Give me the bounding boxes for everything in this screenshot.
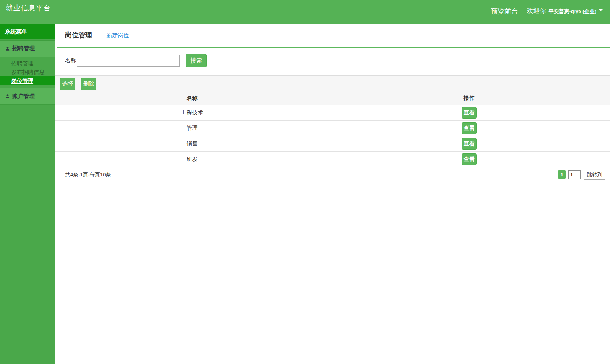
sidebar-menu-header: 系统菜单 <box>0 24 55 39</box>
chevron-down-icon[interactable] <box>599 9 603 11</box>
app-title: 就业信息平台 <box>0 0 51 24</box>
search-label: 名称 <box>65 57 76 64</box>
view-button[interactable]: 查看 <box>462 107 477 119</box>
page-title: 岗位管理 <box>65 31 92 40</box>
search-row: 名称 搜索 <box>65 54 610 67</box>
divider <box>57 47 610 48</box>
position-name: 管理 <box>55 120 329 136</box>
new-position-link[interactable]: 新建岗位 <box>106 32 129 39</box>
table-row: 管理 查看 <box>55 120 610 136</box>
user-icon <box>5 94 10 99</box>
table-row: 工程技术 查看 <box>55 105 610 120</box>
preview-frontend-link[interactable]: 预览前台 <box>491 7 518 16</box>
delete-button[interactable]: 删除 <box>81 78 96 90</box>
view-button[interactable]: 查看 <box>462 122 477 134</box>
page-jump-input[interactable] <box>568 170 581 179</box>
sidebar-group-label: 招聘管理 <box>12 45 35 52</box>
column-header-actions: 操作 <box>329 92 610 105</box>
position-name: 研发 <box>55 151 329 167</box>
sidebar-group-label: 账户管理 <box>12 93 35 100</box>
search-input[interactable] <box>77 55 180 67</box>
view-button[interactable]: 查看 <box>462 138 477 150</box>
grid-toolbar: 选择 删除 <box>55 75 610 92</box>
sidebar-submenu: 招聘管理 发布招聘信息 岗位管理 <box>0 57 55 87</box>
user-menu[interactable]: 平安普惠-qiye (企业) <box>548 8 596 15</box>
main-content: 岗位管理 新建岗位 名称 搜索 选择 删除 名称 操作 工程技术 查看 <box>55 24 610 364</box>
position-name: 销售 <box>55 136 329 151</box>
topbar-right: 预览前台 欢迎你 平安普惠-qiye (企业) <box>491 0 610 24</box>
sidebar-item-publish-recruit[interactable]: 发布招聘信息 <box>0 68 55 76</box>
select-button[interactable]: 选择 <box>60 78 75 90</box>
welcome-text: 欢迎你 <box>527 7 546 15</box>
sidebar: 系统菜单 招聘管理 招聘管理 发布招聘信息 岗位管理 账户管理 <box>0 24 55 364</box>
positions-table: 名称 操作 工程技术 查看 管理 查看 销售 查看 研发 <box>55 92 610 167</box>
sidebar-item-position-manage[interactable]: 岗位管理 <box>0 76 55 85</box>
sidebar-group-account[interactable]: 账户管理 <box>0 88 55 105</box>
pagination-summary: 共4条-1页-每页10条 <box>65 171 111 178</box>
view-button[interactable]: 查看 <box>462 153 477 165</box>
table-row: 研发 查看 <box>55 151 610 167</box>
positions-grid: 选择 删除 名称 操作 工程技术 查看 管理 查看 销售 <box>55 75 610 167</box>
pagination: 共4条-1页-每页10条 1 跳转到 <box>55 167 610 180</box>
topbar: 就业信息平台 预览前台 欢迎你 平安普惠-qiye (企业) <box>0 0 610 24</box>
position-name: 工程技术 <box>55 105 329 120</box>
sidebar-group-recruit[interactable]: 招聘管理 <box>0 40 55 57</box>
search-button[interactable]: 搜索 <box>186 54 207 67</box>
page-number-button[interactable]: 1 <box>558 170 566 179</box>
sidebar-item-recruit-manage[interactable]: 招聘管理 <box>0 59 55 68</box>
table-row: 销售 查看 <box>55 136 610 151</box>
table-header-row: 名称 操作 <box>55 92 610 105</box>
pager-controls: 1 跳转到 <box>558 170 605 180</box>
user-icon <box>5 46 10 51</box>
page-jump-button[interactable]: 跳转到 <box>584 170 605 180</box>
column-header-name: 名称 <box>55 92 329 105</box>
page-header: 岗位管理 新建岗位 <box>55 24 610 47</box>
